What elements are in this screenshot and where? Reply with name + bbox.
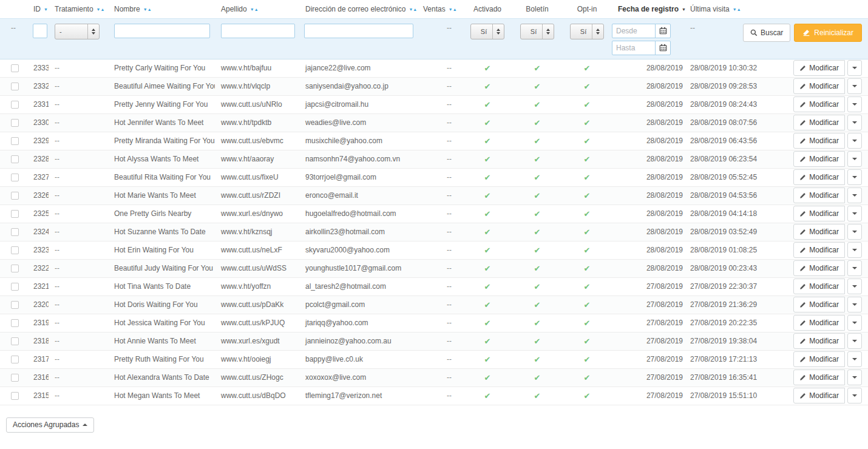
sort-desc-icon[interactable]: ▼ xyxy=(143,7,147,12)
cell-optin: ✔ xyxy=(562,350,612,368)
sort-desc-icon[interactable]: ▼ xyxy=(449,7,453,12)
calendar-button[interactable] xyxy=(655,41,671,55)
cell-ventas: -- xyxy=(417,168,463,186)
row-checkbox[interactable] xyxy=(11,155,19,163)
row-dropdown-toggle[interactable] xyxy=(847,151,862,167)
row-dropdown-toggle[interactable] xyxy=(847,333,862,349)
modify-button[interactable]: Modificar xyxy=(793,370,845,385)
row-checkbox[interactable] xyxy=(11,101,19,109)
row-checkbox[interactable] xyxy=(11,301,19,309)
row-checkbox[interactable] xyxy=(11,337,19,345)
modify-button[interactable]: Modificar xyxy=(793,187,845,203)
row-checkbox[interactable] xyxy=(11,228,19,236)
modify-button[interactable]: Modificar xyxy=(793,96,845,112)
column-header-ultima-visita[interactable]: Última visita▼▲ xyxy=(687,0,762,18)
modify-button[interactable]: Modificar xyxy=(793,224,845,240)
row-checkbox[interactable] xyxy=(11,374,19,382)
cell-tratamiento: -- xyxy=(49,387,108,405)
modify-button[interactable]: Modificar xyxy=(793,315,845,331)
row-checkbox[interactable] xyxy=(11,64,19,72)
modify-button[interactable]: Modificar xyxy=(793,333,845,349)
column-header-ventas[interactable]: Ventas▼▲ xyxy=(417,0,463,18)
calendar-button[interactable] xyxy=(655,24,671,38)
sort-desc-icon[interactable]: ▼ xyxy=(44,7,48,12)
sort-desc-icon[interactable]: ▼ xyxy=(250,7,254,12)
row-dropdown-toggle[interactable] xyxy=(847,169,862,185)
filter-apellido-input[interactable] xyxy=(221,24,295,38)
sort-asc-icon[interactable]: ▲ xyxy=(453,7,457,12)
column-header-fecha-registro[interactable]: Fecha de registro▼▲ xyxy=(612,0,687,18)
row-dropdown-toggle[interactable] xyxy=(847,388,862,403)
row-checkbox[interactable] xyxy=(11,265,19,272)
sort-desc-icon[interactable]: ▼ xyxy=(97,7,101,12)
modify-button[interactable]: Modificar xyxy=(793,60,845,76)
sort-asc-icon[interactable]: ▲ xyxy=(147,7,152,12)
modify-button[interactable]: Modificar xyxy=(793,115,845,130)
modify-button[interactable]: Modificar xyxy=(793,279,845,294)
sort-desc-icon[interactable]: ▼ xyxy=(733,7,737,12)
row-dropdown-toggle[interactable] xyxy=(847,315,862,331)
modify-button[interactable]: Modificar xyxy=(793,133,845,149)
row-checkbox[interactable] xyxy=(11,392,19,400)
modify-button[interactable]: Modificar xyxy=(793,206,845,221)
row-checkbox[interactable] xyxy=(11,119,19,127)
column-header-id[interactable]: ID▼▲ xyxy=(24,0,49,18)
modify-button[interactable]: Modificar xyxy=(793,151,845,167)
cell-optin: ✔ xyxy=(562,332,612,350)
row-dropdown-toggle[interactable] xyxy=(847,351,862,367)
search-button[interactable]: Buscar xyxy=(743,24,790,42)
row-dropdown-toggle[interactable] xyxy=(847,206,862,221)
column-header-email[interactable]: Dirección de correo electrónico▼▲ xyxy=(298,0,417,18)
sort-asc-icon[interactable]: ▲ xyxy=(254,7,259,12)
row-dropdown-toggle[interactable] xyxy=(847,242,862,258)
sort-asc-icon[interactable]: ▲ xyxy=(686,7,687,12)
modify-button[interactable]: Modificar xyxy=(793,260,845,276)
modify-button[interactable]: Modificar xyxy=(793,78,845,94)
row-checkbox[interactable] xyxy=(11,210,19,218)
bulk-actions-button[interactable]: Acciones Agrupadas xyxy=(6,417,94,433)
activado-check-icon: ✔ xyxy=(484,118,491,127)
row-dropdown-toggle[interactable] xyxy=(847,133,862,149)
row-dropdown-toggle[interactable] xyxy=(847,187,862,203)
row-checkbox[interactable] xyxy=(11,319,19,327)
modify-button[interactable]: Modificar xyxy=(793,169,845,185)
sort-asc-icon[interactable]: ▲ xyxy=(737,7,741,12)
filter-nombre-input[interactable] xyxy=(114,24,210,38)
column-header-apellido[interactable]: Apellido▼▲ xyxy=(215,0,298,18)
column-header-tratamiento[interactable]: Tratamiento▼▲ xyxy=(49,0,108,18)
row-dropdown-toggle[interactable] xyxy=(847,60,862,76)
row-dropdown-toggle[interactable] xyxy=(847,224,862,240)
row-dropdown-toggle[interactable] xyxy=(847,78,862,94)
row-checkbox[interactable] xyxy=(11,83,19,90)
row-checkbox[interactable] xyxy=(11,356,19,363)
sort-asc-icon[interactable]: ▲ xyxy=(413,7,417,12)
filter-desde-input[interactable] xyxy=(612,24,656,38)
filter-boletin-select[interactable]: Sí xyxy=(520,24,554,39)
modify-button[interactable]: Modificar xyxy=(793,388,845,403)
row-dropdown-toggle[interactable] xyxy=(847,297,862,312)
modify-button[interactable]: Modificar xyxy=(793,297,845,312)
row-dropdown-toggle[interactable] xyxy=(847,279,862,294)
modify-button[interactable]: Modificar xyxy=(793,242,845,258)
filter-id-input[interactable] xyxy=(33,24,47,38)
row-checkbox[interactable] xyxy=(11,246,19,254)
modify-button[interactable]: Modificar xyxy=(793,351,845,367)
filter-tratamiento-select[interactable]: - xyxy=(55,24,100,39)
filter-hasta-input[interactable] xyxy=(612,41,656,55)
sort-asc-icon[interactable]: ▲ xyxy=(48,7,49,12)
filter-email-input[interactable] xyxy=(304,24,413,38)
row-dropdown-toggle[interactable] xyxy=(847,260,862,276)
row-dropdown-toggle[interactable] xyxy=(847,115,862,130)
row-checkbox[interactable] xyxy=(11,283,19,291)
row-checkbox[interactable] xyxy=(11,192,19,200)
sort-asc-icon[interactable]: ▲ xyxy=(101,7,105,12)
row-checkbox[interactable] xyxy=(11,137,19,145)
row-dropdown-toggle[interactable] xyxy=(847,370,862,385)
reset-button[interactable]: Reinicializar xyxy=(794,24,862,42)
filter-activado-select[interactable]: Sí xyxy=(470,24,504,39)
sort-desc-icon[interactable]: ▼ xyxy=(682,7,686,12)
filter-optin-select[interactable]: Sí xyxy=(570,24,604,39)
row-checkbox[interactable] xyxy=(11,174,19,181)
row-dropdown-toggle[interactable] xyxy=(847,96,862,112)
column-header-nombre[interactable]: Nombre▼▲ xyxy=(108,0,215,18)
